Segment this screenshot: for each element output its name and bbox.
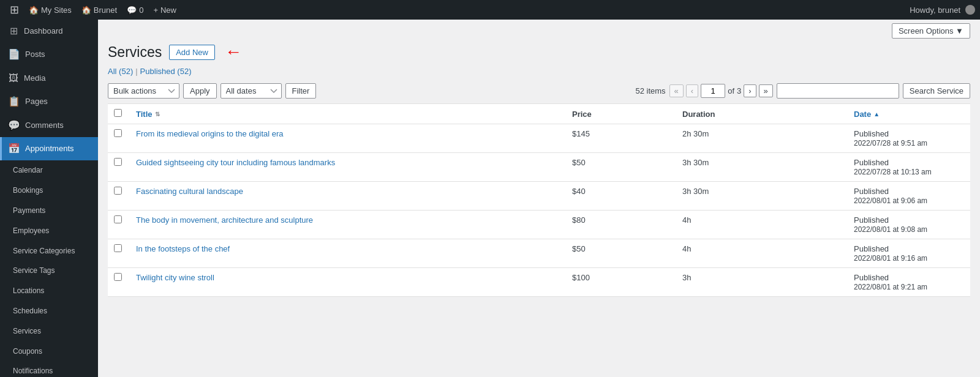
date-cell: Published 2022/08/01 at 9:06 am <box>848 182 970 211</box>
my-sites-icon: 🏠 <box>29 6 39 15</box>
sidebar-item-bookings[interactable]: Bookings <box>0 181 98 201</box>
appointments-icon: 📅 <box>8 142 20 155</box>
status-badge: Published <box>854 187 889 196</box>
price-cell: $80 <box>566 211 676 239</box>
title-sort-icon: ⇅ <box>155 111 160 118</box>
check-all-header <box>108 104 130 124</box>
sidebar-item-posts[interactable]: 📄 Posts <box>0 43 98 66</box>
service-title-link[interactable]: Fascinating cultural landscape <box>136 187 243 196</box>
table-row: In the footsteps of the chef $50 4h Publ… <box>108 239 970 268</box>
sidebar-item-label: Pages <box>25 96 48 107</box>
service-title-link[interactable]: From its medieval origins to the digital… <box>136 129 284 138</box>
sidebar-item-label: Schedules <box>13 306 47 316</box>
bulk-actions-select[interactable]: Bulk actions Edit Move to Trash <box>108 83 179 99</box>
page-title: Services <box>108 44 162 61</box>
separator: | <box>135 67 137 76</box>
new-item[interactable]: + New <box>148 0 181 20</box>
search-input[interactable] <box>777 83 899 99</box>
sidebar-item-pages[interactable]: 📋 Pages <box>0 90 98 113</box>
comments-item[interactable]: 💬 0 <box>122 0 148 20</box>
sidebar-item-dashboard[interactable]: ⊞ Dashboard <box>0 20 98 43</box>
site-name-item[interactable]: 🏠 Brunet <box>77 0 122 20</box>
date-text: 2022/07/28 at 10:13 am <box>854 168 932 176</box>
sidebar-item-comments[interactable]: 💬 Comments <box>0 114 98 137</box>
current-page-input[interactable]: 1 <box>701 84 725 98</box>
row-checkbox[interactable] <box>114 273 122 281</box>
date-sort-link[interactable]: Date ▲ <box>854 110 964 119</box>
admin-bar: ⊞ 🏠 My Sites 🏠 Brunet 💬 0 + New Howdy, b… <box>0 0 980 20</box>
table-row: From its medieval origins to the digital… <box>108 124 970 153</box>
sidebar-item-label: Comments <box>25 120 64 131</box>
search-service-button[interactable]: Search Service <box>903 83 970 99</box>
table-row: Guided sightseeing city tour including f… <box>108 153 970 182</box>
row-checkbox[interactable] <box>114 215 122 223</box>
row-checkbox[interactable] <box>114 187 122 195</box>
media-icon: 🖼 <box>8 72 19 85</box>
total-pages: 3 <box>737 86 741 95</box>
status-badge: Published <box>854 129 889 138</box>
duration-cell: 3h 30m <box>676 153 848 182</box>
my-sites-item[interactable]: 🏠 My Sites <box>24 0 77 20</box>
status-badge: Published <box>854 273 889 282</box>
row-checkbox[interactable] <box>114 244 122 252</box>
comments-sidebar-icon: 💬 <box>8 119 20 132</box>
screen-options-bar: Screen Options ▼ <box>98 20 980 42</box>
wp-logo-icon: ⊞ <box>10 3 19 17</box>
service-title-link[interactable]: The body in movement, architecture and s… <box>136 215 313 225</box>
published-count: 52 <box>180 67 189 76</box>
title-sort-link[interactable]: Title ⇅ <box>136 110 560 119</box>
sidebar-item-label: Bookings <box>13 185 43 196</box>
title-column-header: Title ⇅ <box>130 104 566 124</box>
all-count: 52 <box>121 67 130 76</box>
sidebar-item-service-categories[interactable]: Service Categories <box>0 241 98 261</box>
screen-options-button[interactable]: Screen Options ▼ <box>892 23 970 39</box>
published-filter-link[interactable]: Published (52) <box>140 67 192 76</box>
sidebar-item-services[interactable]: Services <box>0 321 98 342</box>
sidebar-item-coupons[interactable]: Coupons <box>0 342 98 362</box>
sidebar-item-label: Dashboard <box>24 26 63 37</box>
sidebar-item-label: Service Categories <box>13 246 75 256</box>
filter-button[interactable]: Filter <box>285 83 317 99</box>
sidebar-item-media[interactable]: 🖼 Media <box>0 67 98 90</box>
sidebar-item-employees[interactable]: Employees <box>0 221 98 241</box>
date-column-header: Date ▲ <box>848 104 970 124</box>
row-checkbox-cell <box>108 153 130 182</box>
service-title-link[interactable]: Guided sightseeing city tour including f… <box>136 158 335 167</box>
check-all-checkbox[interactable] <box>114 109 122 117</box>
date-cell: Published 2022/08/01 at 9:08 am <box>848 211 970 239</box>
add-new-button[interactable]: Add New <box>169 45 215 60</box>
sidebar-item-locations[interactable]: Locations <box>0 281 98 301</box>
table-row: Fascinating cultural landscape $40 3h 30… <box>108 182 970 211</box>
apply-button[interactable]: Apply <box>183 83 217 99</box>
status-badge: Published <box>854 244 889 253</box>
wp-logo-item[interactable]: ⊞ <box>5 0 24 20</box>
sidebar-item-label: Service Tags <box>13 266 55 276</box>
sidebar-item-calendar[interactable]: Calendar <box>0 160 98 181</box>
sidebar-item-notifications[interactable]: Notifications <box>0 361 98 377</box>
row-checkbox[interactable] <box>114 129 122 137</box>
next-page-button[interactable]: › <box>744 84 756 97</box>
all-filter-link[interactable]: All (52) <box>108 67 133 76</box>
row-checkbox[interactable] <box>114 158 122 166</box>
sidebar-item-service-tags[interactable]: Service Tags <box>0 261 98 281</box>
last-page-button[interactable]: » <box>759 84 773 97</box>
row-checkbox-cell <box>108 211 130 239</box>
duration-cell: 3h 30m <box>676 182 848 211</box>
date-sort-icon: ▲ <box>873 111 880 118</box>
sidebar-item-payments[interactable]: Payments <box>0 201 98 221</box>
service-title-link[interactable]: In the footsteps of the chef <box>136 244 230 253</box>
price-cell: $145 <box>566 124 676 153</box>
first-page-button[interactable]: « <box>669 84 684 97</box>
row-checkbox-cell <box>108 182 130 211</box>
sidebar-item-appointments[interactable]: 📅 Appointments <box>0 137 98 160</box>
prev-page-button[interactable]: ‹ <box>686 84 698 97</box>
price-column-header: Price <box>566 104 676 124</box>
sidebar-item-label: Coupons <box>13 346 42 357</box>
title-cell: Twilight city wine stroll <box>130 268 566 297</box>
row-checkbox-cell <box>108 239 130 268</box>
service-title-link[interactable]: Twilight city wine stroll <box>136 273 214 282</box>
services-tbody: From its medieval origins to the digital… <box>108 124 970 297</box>
dates-select[interactable]: All dates <box>221 83 282 99</box>
sidebar-item-schedules[interactable]: Schedules <box>0 301 98 321</box>
duration-cell: 4h <box>676 239 848 268</box>
